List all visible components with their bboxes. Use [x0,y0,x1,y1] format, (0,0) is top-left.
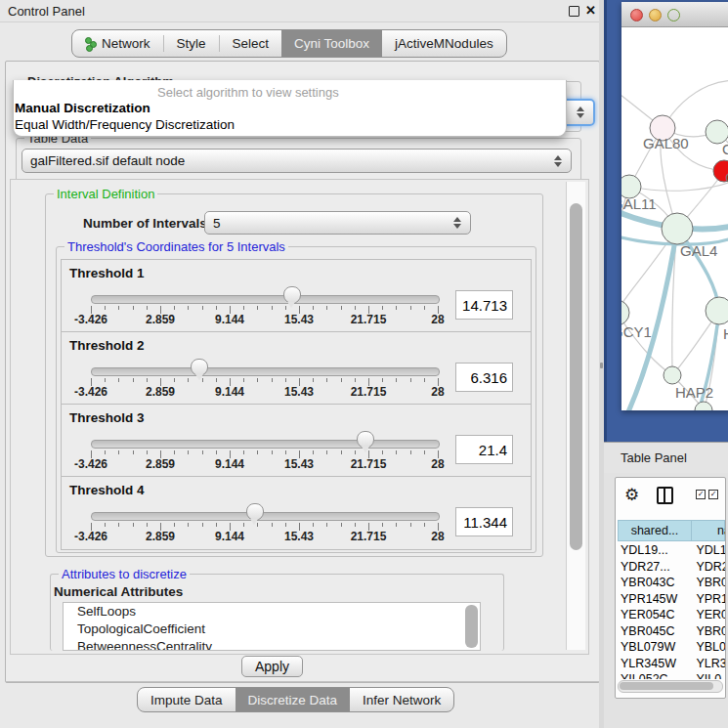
checkbox-icon[interactable]: ✓ [708,490,718,499]
cell-name[interactable]: YLR3 [685,657,725,670]
threshold-value-field[interactable]: 21.4 [455,435,513,464]
tick-mark [326,450,327,454]
cell-name[interactable]: YPR1 [685,592,725,606]
cell-name[interactable]: YER0 [685,608,725,621]
gear-icon[interactable]: ⚙ [624,485,639,505]
number-of-intervals-combobox[interactable]: 5 [204,211,471,235]
cell-shared[interactable]: YDR27... [618,560,685,574]
cell-name[interactable]: YBL0 [685,640,725,654]
table-row[interactable]: YBL079WYBL0 [618,639,725,656]
node-label: H [723,325,728,342]
node-label: GAL11 [621,195,657,212]
tab-jactivemnodules[interactable]: jActiveMNodules [382,30,506,57]
table-row[interactable]: YPR145WYPR1 [618,591,725,608]
network-node[interactable] [695,402,712,410]
tick-mark [188,450,189,454]
slider-thumb[interactable] [246,503,264,521]
tick-mark [174,523,175,527]
thresholds-group: Threshold's Coordinates for 5 Intervals … [56,246,536,553]
cell-shared[interactable]: YER054C [618,608,685,621]
tab-impute-data[interactable]: Impute Data [138,688,236,711]
network-node[interactable] [706,297,728,324]
menu-item-manual-discretization[interactable]: Manual Discretization [15,101,150,115]
tab-style[interactable]: Style [164,30,219,57]
numerical-attributes-list[interactable]: SelfLoopsTopologicalCoefficientBetweenne… [63,602,481,651]
threshold-value-field[interactable]: 14.713 [455,290,513,320]
tick-label: 15.43 [284,457,314,471]
slider-thumb[interactable] [283,286,301,304]
vertical-scrollbar[interactable] [566,182,585,650]
table-row[interactable]: YLR345WYLR3 [618,656,725,672]
cell-shared[interactable]: YIL052C [618,672,685,679]
threshold-label: Threshold 3 [69,410,145,425]
apply-button[interactable]: Apply [241,656,303,677]
cell-shared[interactable]: YBL079W [618,640,685,654]
threshold-panel: Threshold 2-3.4262.8599.14415.4321.71528… [61,331,532,406]
float-window-icon[interactable] [569,6,579,17]
network-node[interactable] [662,213,693,244]
scrollbar-thumb[interactable] [570,203,582,550]
cell-name[interactable]: YIL0 [685,672,725,679]
table-row[interactable]: YDL19...YDL1 [618,542,725,559]
panel-title: Control Panel [8,4,85,19]
splitter-handle[interactable] [600,363,603,368]
table-panel-area: ⚙ ✓ ✓ shared... na YDL19...YDL1YDR27...Y… [604,473,728,728]
network-node[interactable] [621,300,629,325]
slider-track[interactable] [91,367,440,376]
column-header-shared[interactable]: shared... [618,520,692,541]
scrollbar-thumb[interactable] [620,682,713,690]
tab-discretize-data[interactable]: Discretize Data [236,688,351,711]
cell-name[interactable]: YDL1 [685,543,725,557]
tab-cyni-toolbox[interactable]: Cyni Toolbox [281,30,382,57]
table-row[interactable]: YBR045CYBR0 [618,623,725,640]
column-header-name[interactable]: na [692,520,725,541]
checkbox-icon[interactable]: ✓ [696,490,706,499]
table-row[interactable]: YBR043CYBR0 [618,575,725,591]
cell-shared[interactable]: YPR145W [618,592,685,606]
tick-mark [326,523,327,527]
tab-select[interactable]: Select [220,30,282,57]
tick-mark [424,378,425,382]
table-row[interactable]: YIL052CYIL0 [618,671,725,679]
tick-label: 2.859 [146,385,175,399]
tick-mark [272,306,273,310]
table-row[interactable]: YDR27...YDR2 [618,559,725,576]
tick-mark [272,523,273,527]
tick-mark [382,450,383,454]
zoom-traffic-light[interactable] [667,9,680,21]
cell-shared[interactable]: YLR345W [618,657,685,670]
combo-stepper-icon [453,217,461,229]
table-data-combobox[interactable]: galFiltered.sif default node [21,149,572,173]
slider-track[interactable] [91,295,440,304]
list-item[interactable]: SelfLoops [64,603,480,621]
list-item[interactable]: BetweennessCentrality [64,638,480,651]
threshold-value-field[interactable]: 6.316 [455,363,513,392]
minimize-traffic-light[interactable] [649,9,662,21]
threshold-value-field[interactable]: 11.344 [455,507,513,536]
network-canvas[interactable]: GAL80GACGAL11GAL4GCY1HHAP2 [621,26,728,410]
close-traffic-light[interactable] [630,9,643,21]
list-scrollbar[interactable] [465,605,478,648]
tab-network[interactable]: Network [72,30,163,57]
cell-shared[interactable]: YBR043C [618,576,685,589]
cell-name[interactable]: YBR0 [685,576,725,589]
menu-item-equal-width-frequency[interactable]: Equal Width/Frequency Discretization [15,117,235,132]
top-tab-bar: Network Style Select Cyni Toolbox jActiv… [71,29,507,58]
cell-name[interactable]: YBR0 [685,624,725,638]
slider-track[interactable] [91,440,440,449]
slider-thumb[interactable] [191,359,208,376]
cell-shared[interactable]: YDL19... [618,543,685,557]
slider-track[interactable] [91,512,440,521]
cell-shared[interactable]: YBR045C [618,624,685,638]
list-item[interactable]: TopologicalCoefficient [64,621,480,638]
cell-name[interactable]: YDR2 [685,560,725,574]
tick-mark [105,378,106,382]
network-node[interactable] [664,366,681,384]
tab-infer-network[interactable]: Infer Network [350,688,453,711]
threshold-label: Threshold 4 [69,483,145,497]
horizontal-scrollbar[interactable] [618,680,723,693]
tick-mark [243,378,244,382]
split-columns-icon[interactable] [657,487,673,504]
table-row[interactable]: YER054CYER0 [618,607,725,623]
close-icon[interactable]: ✕ [585,3,596,18]
